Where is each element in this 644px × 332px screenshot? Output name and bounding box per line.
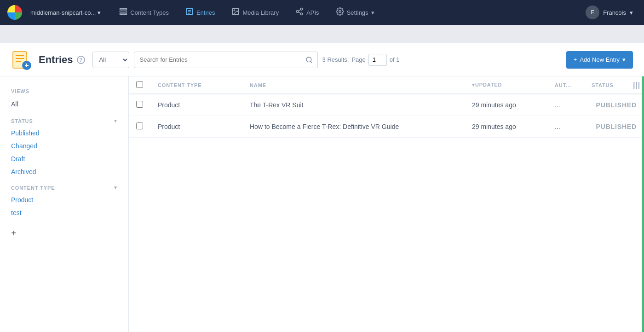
nav-apis-label: APIs [306, 9, 319, 16]
page-of-text: of 1 [390, 56, 400, 63]
row-1-updated: 29 minutes ago [465, 94, 547, 116]
add-entry-label: Add New Entry [580, 56, 620, 63]
nav-entries-label: Entries [196, 9, 215, 16]
content-type-label: CONTENT TYPE [11, 185, 55, 191]
app-logo [7, 5, 22, 20]
add-entry-button[interactable]: + Add New Entry ▾ [566, 51, 633, 69]
svg-point-22 [306, 57, 311, 62]
column-settings-icon[interactable]: ||| [633, 81, 640, 89]
page-header: Entries ? All 3 Results, Page of 1 + Add… [0, 43, 644, 76]
col-header-author: AUT... [547, 76, 584, 94]
svg-line-23 [310, 61, 312, 63]
apis-icon [295, 7, 304, 17]
row-2-status: PUBLISHED [584, 116, 644, 138]
col-header-updated[interactable]: ▾UPDATED [465, 76, 547, 94]
search-input[interactable] [134, 52, 318, 68]
main-layout: VIEWS All STATUS ▾ Published Changed Dra… [0, 76, 644, 332]
row-checkbox-cell [129, 116, 150, 138]
add-icon: + [574, 56, 577, 63]
sidebar-item-product[interactable]: Product [0, 193, 128, 206]
row-checkbox-cell [129, 94, 150, 116]
svg-point-10 [296, 11, 299, 13]
sidebar-views-section: VIEWS All [0, 86, 128, 111]
sidebar-item-all[interactable]: All [0, 97, 128, 111]
svg-line-13 [299, 10, 301, 11]
status-indicator-bar [642, 76, 644, 332]
nav-entries[interactable]: Entries [179, 5, 221, 20]
add-content-type-button[interactable]: + [0, 223, 128, 243]
select-all-checkbox[interactable] [136, 81, 143, 88]
sidebar-item-changed[interactable]: Changed [0, 140, 128, 152]
svg-rect-0 [120, 8, 127, 10]
sidebar-status-section: STATUS ▾ Published Changed Draft Archive… [0, 115, 128, 178]
svg-point-8 [234, 10, 235, 11]
svg-line-12 [299, 12, 301, 13]
project-name: middleman-snipcart-co... [30, 9, 96, 16]
nav-settings-label: Settings [347, 9, 368, 16]
col-header-name: NAME [242, 76, 465, 94]
sidebar-item-published[interactable]: Published [0, 127, 128, 140]
sidebar-views-header: VIEWS [0, 86, 128, 97]
nav-content-types[interactable]: Content Types [113, 5, 175, 20]
nav-settings[interactable]: Settings ▾ [329, 5, 381, 20]
search-box [134, 52, 318, 68]
content-types-icon [119, 7, 127, 17]
row-2-updated: 29 minutes ago [465, 116, 547, 138]
settings-icon [336, 7, 344, 17]
row-1-checkbox[interactable] [136, 101, 143, 108]
views-label: VIEWS [11, 88, 29, 94]
top-navigation: middleman-snipcart-co... ▾ Content Types… [0, 0, 644, 25]
entries-nav-icon [185, 7, 194, 17]
col-header-content-type: CONTENT TYPE [150, 76, 242, 94]
subheader [0, 25, 644, 43]
sidebar-status-header[interactable]: STATUS ▾ [0, 115, 128, 127]
entries-page-icon [11, 50, 31, 70]
filter-select[interactable]: All [92, 52, 129, 68]
search-button[interactable] [301, 52, 318, 68]
page-title: Entries ? [39, 54, 85, 66]
header-controls: All 3 Results, Page of 1 [92, 52, 559, 68]
sidebar-item-test[interactable]: test [0, 206, 128, 219]
content-type-chevron-icon: ▾ [114, 185, 117, 191]
nav-apis[interactable]: APIs [289, 5, 325, 20]
sidebar-item-archived[interactable]: Archived [0, 165, 128, 178]
row-2-name[interactable]: How to Become a Fierce T-Rex: Definitive… [242, 116, 465, 138]
row-2-content-type: Product [150, 116, 242, 138]
sidebar-content-type-header[interactable]: CONTENT TYPE ▾ [0, 182, 128, 193]
table-row: Product The T-Rex VR Suit 29 minutes ago… [129, 94, 644, 116]
page-label: Page [351, 56, 365, 63]
svg-rect-1 [120, 11, 127, 12]
user-name: Francois [603, 9, 626, 16]
add-entry-chevron: ▾ [622, 56, 626, 63]
svg-point-14 [339, 11, 341, 13]
nav-media-library[interactable]: Media Library [225, 5, 285, 20]
entries-table: CONTENT TYPE NAME ▾UPDATED AUT... STATUS… [129, 76, 644, 138]
project-selector[interactable]: middleman-snipcart-co... ▾ [26, 7, 105, 18]
results-text: 3 Results, [322, 56, 349, 63]
svg-point-9 [300, 8, 303, 11]
table-row: Product How to Become a Fierce T-Rex: De… [129, 116, 644, 138]
svg-rect-2 [120, 13, 127, 15]
col-header-checkbox [129, 76, 150, 94]
row-1-name[interactable]: The T-Rex VR Suit [242, 94, 465, 116]
status-label: STATUS [11, 118, 33, 124]
table-body: Product The T-Rex VR Suit 29 minutes ago… [129, 94, 644, 138]
settings-chevron-icon: ▾ [371, 9, 374, 16]
user-menu[interactable]: F Francois ▾ [582, 4, 637, 21]
avatar: F [586, 6, 599, 19]
row-1-author: ... [547, 94, 584, 116]
page-number-input[interactable] [368, 54, 387, 66]
sidebar-item-draft[interactable]: Draft [0, 152, 128, 165]
help-icon[interactable]: ? [77, 56, 85, 64]
row-2-checkbox[interactable] [136, 122, 143, 129]
nav-content-types-label: Content Types [130, 9, 169, 16]
entries-icon-wrapper [11, 50, 31, 70]
nav-media-library-label: Media Library [242, 9, 279, 16]
table-header-row: CONTENT TYPE NAME ▾UPDATED AUT... STATUS… [129, 76, 644, 94]
status-chevron-icon: ▾ [114, 118, 117, 124]
content-area: CONTENT TYPE NAME ▾UPDATED AUT... STATUS… [129, 76, 644, 332]
media-library-icon [231, 7, 240, 17]
pagination-info: 3 Results, Page of 1 [322, 54, 400, 66]
row-2-author: ... [547, 116, 584, 138]
sidebar: VIEWS All STATUS ▾ Published Changed Dra… [0, 76, 129, 332]
